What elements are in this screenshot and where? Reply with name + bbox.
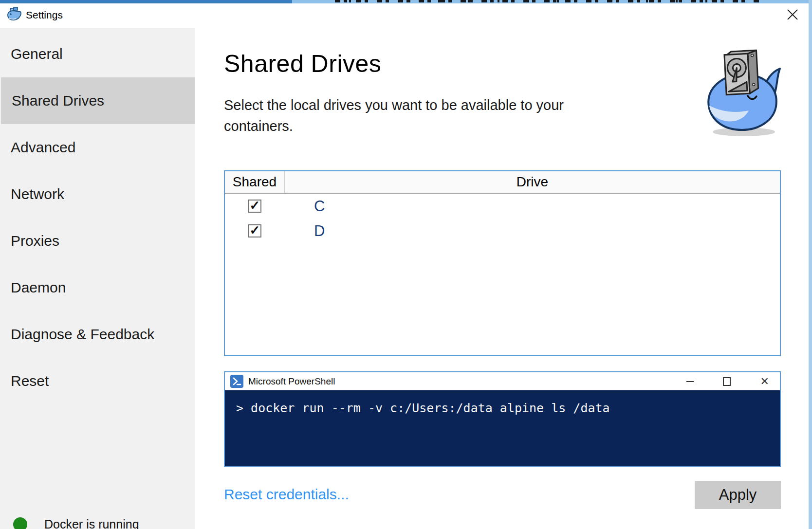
close-icon[interactable]: ✕	[760, 376, 769, 387]
reset-credentials-link[interactable]: Reset credentials...	[224, 486, 349, 503]
column-header-shared: Shared	[225, 171, 285, 193]
check-icon: ✓	[250, 224, 260, 237]
sidebar-item-advanced[interactable]: Advanced	[0, 124, 195, 171]
drive-d-shared-checkbox[interactable]: ✓	[248, 224, 261, 237]
powershell-icon	[230, 375, 243, 388]
shared-drives-pane: Shared Drives Select the local drives yo…	[195, 28, 809, 529]
apply-button[interactable]: Apply	[695, 481, 781, 509]
table-row: ✓ C	[225, 194, 780, 219]
check-icon: ✓	[250, 199, 260, 212]
shared-drives-table: Shared Drive ✓ C ✓ D	[224, 170, 781, 356]
sidebar-item-diagnose-feedback[interactable]: Diagnose & Feedback	[0, 311, 195, 358]
table-header: Shared Drive	[225, 171, 780, 194]
drive-c-shared-checkbox[interactable]: ✓	[248, 200, 261, 213]
powershell-window-controls: ✕	[686, 376, 769, 387]
docker-whale-icon	[6, 7, 23, 22]
page-subtitle: Select the local drives you want to be a…	[224, 95, 570, 137]
powershell-title: Microsoft PowerShell	[248, 376, 686, 387]
background-window-edge-dark	[0, 0, 292, 3]
column-header-drive: Drive	[285, 171, 780, 193]
powershell-terminal: > docker run --rm -v c:/Users:/data alpi…	[225, 390, 780, 466]
background-window-edge-top	[0, 0, 812, 3]
drive-letter: C	[285, 198, 780, 215]
window-title: Settings	[26, 9, 63, 21]
sidebar-item-reset[interactable]: Reset	[0, 358, 195, 404]
sidebar-item-general[interactable]: General	[0, 31, 195, 77]
table-row: ✓ D	[225, 219, 780, 243]
docker-whale-harddrive-illustration	[701, 46, 784, 140]
status-text: Docker is running	[44, 517, 139, 529]
window-close-button[interactable]	[783, 6, 802, 23]
sidebar-item-daemon[interactable]: Daemon	[0, 264, 195, 311]
sidebar-item-proxies[interactable]: Proxies	[0, 218, 195, 264]
terminal-command: > docker run --rm -v c:/Users:/data alpi…	[225, 390, 780, 415]
minimize-icon[interactable]	[686, 381, 694, 382]
title-bar: Settings	[0, 3, 809, 28]
clipped-background-text	[335, 0, 762, 2]
settings-sidebar: General Shared Drives Advanced Network P…	[0, 28, 195, 529]
page-title: Shared Drives	[224, 50, 381, 78]
status-running-dot	[13, 517, 27, 529]
sidebar-item-network[interactable]: Network	[0, 171, 195, 218]
powershell-titlebar: Microsoft PowerShell ✕	[225, 372, 780, 390]
background-window-edge-right	[809, 0, 812, 529]
sidebar-item-shared-drives[interactable]: Shared Drives	[1, 77, 195, 124]
drive-letter: D	[285, 222, 780, 240]
sidebar-items: General Shared Drives Advanced Network P…	[0, 31, 195, 404]
powershell-example-panel: Microsoft PowerShell ✕ > docker run --rm…	[224, 371, 781, 467]
docker-status: Docker is running	[13, 517, 139, 529]
maximize-icon[interactable]	[723, 377, 731, 386]
